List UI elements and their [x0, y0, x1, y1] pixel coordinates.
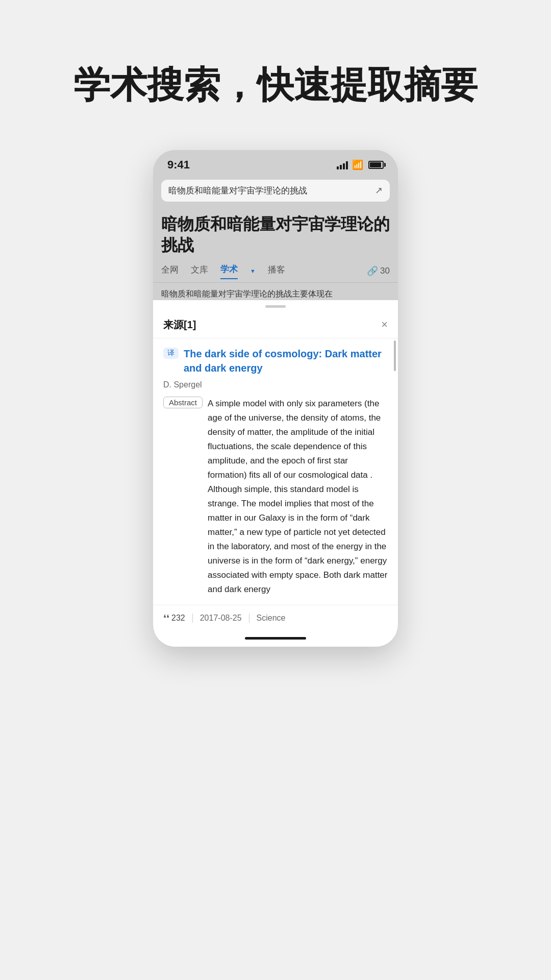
tab-xueshu[interactable]: 学术	[220, 263, 238, 279]
status-time: 9:41	[167, 158, 190, 172]
drag-indicator	[153, 300, 398, 310]
wifi-icon: 📶	[352, 159, 363, 170]
link-icon: 🔗	[367, 265, 378, 277]
scroll-indicator	[394, 340, 396, 371]
source-header: 来源[1] ×	[153, 310, 398, 338]
phone-mockup: 9:41 📶 暗物质和暗能量对宇宙学理论的挑战 ↗ 暗物质和暗能量对宇宙学理论的…	[153, 150, 398, 647]
drag-bar	[265, 305, 286, 308]
abstract-section: Abstract A simple model with only six pa…	[163, 397, 388, 597]
snippet-preview: 暗物质和暗能量对宇宙学理论的挑战主要体现在	[153, 283, 398, 300]
tab-wenku[interactable]: 文库	[191, 264, 208, 279]
signal-icon	[337, 160, 348, 169]
page-title: 学术搜索，快速提取摘要	[0, 61, 551, 109]
battery-fill	[370, 162, 381, 167]
signal-bar-2	[340, 165, 342, 169]
paper-journal: Science	[257, 614, 286, 623]
close-button[interactable]: ×	[381, 318, 388, 331]
search-bar-container: 暗物质和暗能量对宇宙学理论的挑战 ↗	[153, 176, 398, 208]
external-link-icon[interactable]: ↗	[375, 185, 383, 196]
paper-entry: 译 The dark side of cosmology: Dark matte…	[153, 338, 398, 605]
tab-quanwang[interactable]: 全网	[161, 264, 179, 279]
tab-xueshu-arrow: ▼	[250, 268, 256, 274]
paper-title[interactable]: The dark side of cosmology: Dark matter …	[184, 347, 388, 375]
abstract-text: A simple model with only six parameters …	[208, 397, 388, 597]
home-bar	[245, 637, 306, 640]
links-count: 30	[380, 266, 390, 276]
cite-count: ❛❛ 232	[163, 612, 185, 624]
main-title: 暗物质和暗能量对宇宙学理论的挑战	[161, 214, 390, 256]
home-indicator	[153, 632, 398, 647]
paper-title-row: 译 The dark side of cosmology: Dark matte…	[163, 347, 388, 375]
signal-bar-3	[343, 163, 345, 169]
status-icons: 📶	[337, 159, 384, 170]
translate-badge[interactable]: 译	[163, 348, 179, 359]
source-panel: 来源[1] × 译 The dark side of cosmology: Da…	[153, 310, 398, 647]
search-input-container[interactable]: 暗物质和暗能量对宇宙学理论的挑战 ↗	[161, 180, 390, 202]
paper-date: 2017-08-25	[200, 614, 242, 623]
abstract-badge: Abstract	[163, 397, 203, 408]
search-query-text: 暗物质和暗能量对宇宙学理论的挑战	[168, 185, 371, 197]
paper-author: D. Spergel	[163, 380, 388, 389]
status-bar: 9:41 📶	[153, 150, 398, 176]
tabs-bar: 全网 文库 学术▼ 播客 🔗 30	[153, 260, 398, 283]
battery-icon	[368, 161, 384, 169]
paper-meta: ❛❛ 232 2017-08-25 Science	[153, 605, 398, 632]
tab-boke[interactable]: 播客	[268, 264, 285, 279]
meta-divider-2	[249, 614, 249, 623]
cite-number: 232	[171, 614, 185, 623]
meta-divider-1	[192, 614, 193, 623]
source-label: 来源[1]	[163, 318, 196, 332]
signal-bar-4	[346, 161, 348, 169]
quote-icon: ❛❛	[163, 612, 169, 624]
main-title-area: 暗物质和暗能量对宇宙学理论的挑战	[153, 208, 398, 260]
signal-bar-1	[337, 166, 339, 169]
tab-right-links[interactable]: 🔗 30	[367, 265, 390, 277]
